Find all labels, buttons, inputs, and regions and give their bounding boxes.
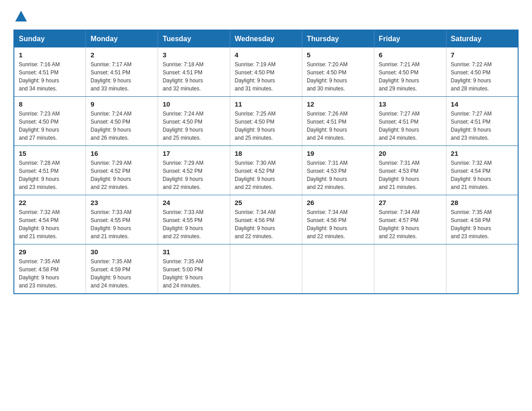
- calendar-cell: 18 Sunrise: 7:30 AM Sunset: 4:52 PM Dayl…: [230, 146, 302, 195]
- day-number: 23: [90, 199, 153, 206]
- day-number: 5: [307, 51, 369, 59]
- day-info: Sunrise: 7:22 AM Sunset: 4:50 PM Dayligh…: [451, 60, 513, 93]
- calendar-cell: 17 Sunrise: 7:29 AM Sunset: 4:52 PM Dayl…: [158, 146, 230, 195]
- day-info: Sunrise: 7:29 AM Sunset: 4:52 PM Dayligh…: [163, 159, 225, 191]
- calendar-week-row: 29 Sunrise: 7:35 AM Sunset: 4:58 PM Dayl…: [14, 244, 518, 294]
- day-info: Sunrise: 7:25 AM Sunset: 4:50 PM Dayligh…: [235, 110, 297, 142]
- day-info: Sunrise: 7:18 AM Sunset: 4:51 PM Dayligh…: [163, 60, 225, 93]
- day-info: Sunrise: 7:34 AM Sunset: 4:56 PM Dayligh…: [307, 208, 369, 240]
- calendar-week-row: 1 Sunrise: 7:16 AM Sunset: 4:51 PM Dayli…: [14, 47, 518, 97]
- day-number: 9: [90, 100, 153, 108]
- day-number: 13: [379, 100, 442, 108]
- page-header: [13, 9, 519, 22]
- day-number: 31: [163, 248, 225, 256]
- calendar-cell: 2 Sunrise: 7:17 AM Sunset: 4:51 PM Dayli…: [86, 47, 158, 97]
- calendar-cell: 5 Sunrise: 7:20 AM Sunset: 4:50 PM Dayli…: [302, 47, 374, 97]
- day-number: 15: [19, 150, 81, 157]
- day-number: 21: [451, 150, 513, 157]
- day-number: 28: [451, 199, 513, 206]
- calendar-cell: 23 Sunrise: 7:33 AM Sunset: 4:55 PM Dayl…: [86, 195, 158, 244]
- calendar-cell: 10 Sunrise: 7:24 AM Sunset: 4:50 PM Dayl…: [158, 97, 230, 146]
- calendar-cell: 30 Sunrise: 7:35 AM Sunset: 4:59 PM Dayl…: [86, 244, 158, 294]
- day-info: Sunrise: 7:31 AM Sunset: 4:53 PM Dayligh…: [307, 159, 369, 191]
- weekday-header-monday: Monday: [86, 30, 158, 47]
- weekday-header-saturday: Saturday: [446, 30, 518, 47]
- calendar-week-row: 15 Sunrise: 7:28 AM Sunset: 4:51 PM Dayl…: [14, 146, 518, 195]
- calendar-cell: 22 Sunrise: 7:32 AM Sunset: 4:54 PM Dayl…: [14, 195, 86, 244]
- day-number: 4: [235, 51, 297, 59]
- day-info: Sunrise: 7:32 AM Sunset: 4:54 PM Dayligh…: [19, 208, 81, 240]
- day-info: Sunrise: 7:19 AM Sunset: 4:50 PM Dayligh…: [235, 60, 297, 93]
- day-info: Sunrise: 7:32 AM Sunset: 4:54 PM Dayligh…: [451, 159, 513, 191]
- calendar-cell: 28 Sunrise: 7:35 AM Sunset: 4:58 PM Dayl…: [446, 195, 518, 244]
- weekday-header-tuesday: Tuesday: [158, 30, 230, 47]
- day-info: Sunrise: 7:31 AM Sunset: 4:53 PM Dayligh…: [379, 159, 442, 191]
- day-info: Sunrise: 7:34 AM Sunset: 4:57 PM Dayligh…: [379, 208, 442, 240]
- day-number: 8: [19, 100, 81, 108]
- calendar-cell: 26 Sunrise: 7:34 AM Sunset: 4:56 PM Dayl…: [302, 195, 374, 244]
- logo: [13, 9, 28, 22]
- day-number: 26: [307, 199, 369, 206]
- day-info: Sunrise: 7:28 AM Sunset: 4:51 PM Dayligh…: [19, 159, 81, 191]
- day-number: 14: [451, 100, 513, 108]
- day-number: 22: [19, 199, 81, 206]
- day-number: 12: [307, 100, 369, 108]
- day-number: 19: [307, 150, 369, 157]
- day-number: 6: [379, 51, 442, 59]
- calendar-cell: [302, 244, 374, 294]
- day-number: 2: [90, 51, 153, 59]
- calendar-cell: 8 Sunrise: 7:23 AM Sunset: 4:50 PM Dayli…: [14, 97, 86, 146]
- calendar-cell: 12 Sunrise: 7:26 AM Sunset: 4:51 PM Dayl…: [302, 97, 374, 146]
- day-info: Sunrise: 7:35 AM Sunset: 4:58 PM Dayligh…: [451, 208, 513, 240]
- calendar-cell: 16 Sunrise: 7:29 AM Sunset: 4:52 PM Dayl…: [86, 146, 158, 195]
- calendar-cell: 3 Sunrise: 7:18 AM Sunset: 4:51 PM Dayli…: [158, 47, 230, 97]
- calendar-cell: 7 Sunrise: 7:22 AM Sunset: 4:50 PM Dayli…: [446, 47, 518, 97]
- day-info: Sunrise: 7:27 AM Sunset: 4:51 PM Dayligh…: [379, 110, 442, 142]
- day-number: 3: [163, 51, 225, 59]
- day-info: Sunrise: 7:35 AM Sunset: 5:00 PM Dayligh…: [163, 257, 225, 290]
- weekday-header-wednesday: Wednesday: [230, 30, 302, 47]
- calendar-cell: 20 Sunrise: 7:31 AM Sunset: 4:53 PM Dayl…: [374, 146, 446, 195]
- day-number: 20: [379, 150, 442, 157]
- calendar-cell: 9 Sunrise: 7:24 AM Sunset: 4:50 PM Dayli…: [86, 97, 158, 146]
- day-number: 16: [90, 150, 153, 157]
- day-info: Sunrise: 7:33 AM Sunset: 4:55 PM Dayligh…: [90, 208, 153, 240]
- day-info: Sunrise: 7:27 AM Sunset: 4:51 PM Dayligh…: [451, 110, 513, 142]
- day-number: 30: [90, 248, 153, 256]
- day-number: 29: [19, 248, 81, 256]
- weekday-header-friday: Friday: [374, 30, 446, 47]
- day-info: Sunrise: 7:20 AM Sunset: 4:50 PM Dayligh…: [307, 60, 369, 93]
- day-info: Sunrise: 7:26 AM Sunset: 4:51 PM Dayligh…: [307, 110, 369, 142]
- day-info: Sunrise: 7:24 AM Sunset: 4:50 PM Dayligh…: [90, 110, 153, 142]
- calendar-table: SundayMondayTuesdayWednesdayThursdayFrid…: [13, 30, 519, 294]
- day-number: 25: [235, 199, 297, 206]
- calendar-cell: 13 Sunrise: 7:27 AM Sunset: 4:51 PM Dayl…: [374, 97, 446, 146]
- day-number: 7: [451, 51, 513, 59]
- logo-icon: [14, 9, 28, 22]
- day-number: 27: [379, 199, 442, 206]
- day-number: 24: [163, 199, 225, 206]
- day-number: 18: [235, 150, 297, 157]
- calendar-cell: 6 Sunrise: 7:21 AM Sunset: 4:50 PM Dayli…: [374, 47, 446, 97]
- day-info: Sunrise: 7:24 AM Sunset: 4:50 PM Dayligh…: [163, 110, 225, 142]
- calendar-week-row: 8 Sunrise: 7:23 AM Sunset: 4:50 PM Dayli…: [14, 97, 518, 146]
- calendar-cell: 25 Sunrise: 7:34 AM Sunset: 4:56 PM Dayl…: [230, 195, 302, 244]
- calendar-cell: 4 Sunrise: 7:19 AM Sunset: 4:50 PM Dayli…: [230, 47, 302, 97]
- calendar-cell: 11 Sunrise: 7:25 AM Sunset: 4:50 PM Dayl…: [230, 97, 302, 146]
- day-info: Sunrise: 7:17 AM Sunset: 4:51 PM Dayligh…: [90, 60, 153, 93]
- calendar-cell: 31 Sunrise: 7:35 AM Sunset: 5:00 PM Dayl…: [158, 244, 230, 294]
- calendar-cell: [446, 244, 518, 294]
- calendar-cell: 19 Sunrise: 7:31 AM Sunset: 4:53 PM Dayl…: [302, 146, 374, 195]
- day-info: Sunrise: 7:16 AM Sunset: 4:51 PM Dayligh…: [19, 60, 81, 93]
- calendar-cell: [374, 244, 446, 294]
- calendar-cell: [230, 244, 302, 294]
- day-number: 1: [19, 51, 81, 59]
- day-info: Sunrise: 7:34 AM Sunset: 4:56 PM Dayligh…: [235, 208, 297, 240]
- calendar-cell: 21 Sunrise: 7:32 AM Sunset: 4:54 PM Dayl…: [446, 146, 518, 195]
- day-info: Sunrise: 7:35 AM Sunset: 4:58 PM Dayligh…: [19, 257, 81, 290]
- weekday-header-sunday: Sunday: [14, 30, 86, 47]
- day-info: Sunrise: 7:30 AM Sunset: 4:52 PM Dayligh…: [235, 159, 297, 191]
- day-info: Sunrise: 7:21 AM Sunset: 4:50 PM Dayligh…: [379, 60, 442, 93]
- calendar-cell: 27 Sunrise: 7:34 AM Sunset: 4:57 PM Dayl…: [374, 195, 446, 244]
- day-number: 17: [163, 150, 225, 157]
